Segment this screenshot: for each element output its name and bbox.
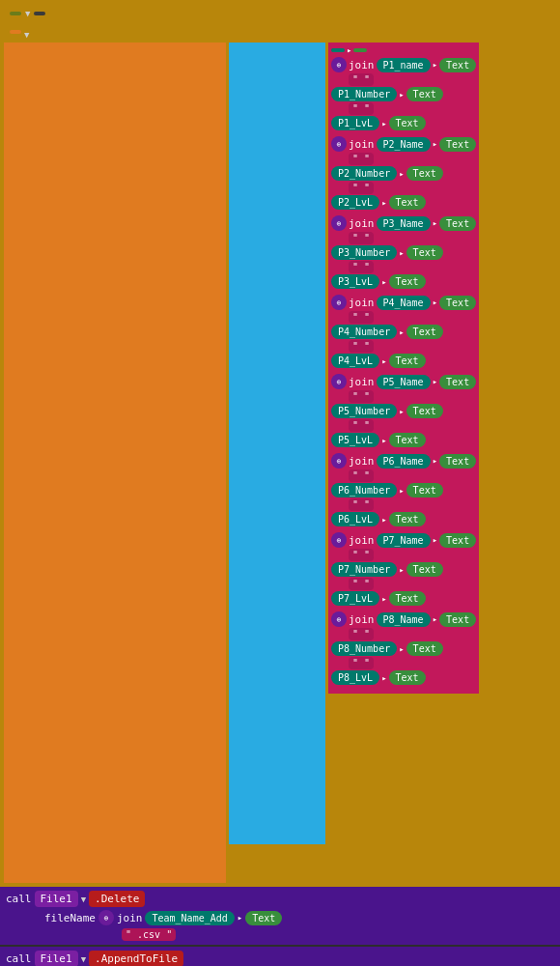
p1-number-row: P1_Number▸Text [331, 87, 476, 101]
p6-number-row: P6_Number▸Text [331, 483, 476, 497]
join-row-p2: ⊕joinP2_Name▸Text [331, 136, 476, 152]
dropdown-arrow: ▼ [25, 9, 30, 18]
p1-str1: " " [349, 73, 374, 86]
join-row-p6: ⊕joinP6_Name▸Text [331, 453, 476, 469]
p8-number-btn[interactable]: P8_Number [331, 641, 397, 656]
p6-name-btn[interactable]: P6_Name [377, 454, 431, 469]
file1-btn-1[interactable]: File1 [35, 891, 78, 907]
p4-level-text-btn[interactable]: Text [389, 354, 426, 368]
join-icon-p6[interactable]: ⊕ [331, 453, 347, 469]
global-var-button[interactable] [10, 30, 21, 34]
player-group-6: ⊕joinP6_Name▸Text" "P6_Number▸Text" "P6_… [331, 453, 476, 526]
p5-level-btn[interactable]: P5_LvL [331, 433, 379, 447]
p1-name-text-btn[interactable]: Text [439, 58, 476, 72]
p1-level-btn[interactable]: P1_LvL [331, 116, 379, 130]
p4-number-btn[interactable]: P4_Number [331, 325, 397, 339]
pink-wrapper: ▸ ⊕joinP1_name▸Text" "P1_Number▸Text" "P… [328, 43, 479, 694]
join-row-p7: ⊕joinP7_Name▸Text [331, 532, 476, 548]
p3-name-btn[interactable]: P3_Name [377, 216, 431, 231]
call-row-2: call File1 ▼ .AppendToFile [6, 951, 554, 966]
filename-row-1: fileName ⊕ join Team_Name_Add ▸ Text [6, 910, 554, 925]
text-bottom1[interactable]: Text [245, 911, 282, 925]
p4-number-text-btn[interactable]: Text [406, 325, 443, 339]
p2-str1: " " [349, 153, 374, 165]
p3-str2: " " [349, 261, 374, 273]
p2-name-text-btn[interactable]: Text [439, 137, 476, 152]
append-btn[interactable]: .AppendToFile [89, 951, 183, 966]
p2-name-btn[interactable]: P2_Name [377, 137, 431, 152]
p1-number-text-btn[interactable]: Text [406, 87, 443, 101]
p5-number-text-btn[interactable]: Text [406, 404, 443, 418]
p8-str1: " " [349, 628, 374, 640]
p6-str1: " " [349, 469, 374, 482]
text-btn-0[interactable] [353, 48, 367, 52]
p3-level-text-btn[interactable]: Text [389, 274, 426, 289]
join-icon-p7[interactable]: ⊕ [331, 532, 347, 548]
join-icon-p5[interactable]: ⊕ [331, 374, 347, 389]
p6-str2: " " [349, 498, 374, 511]
p8-level-text-btn[interactable]: Text [389, 670, 426, 685]
join-label-bottom1: join [117, 912, 143, 924]
click-button[interactable] [34, 12, 45, 15]
p8-level-btn[interactable]: P8_LvL [331, 670, 379, 685]
p3-name-text-btn[interactable]: Text [439, 216, 476, 231]
player-group-7: ⊕joinP7_Name▸Text" "P7_Number▸Text" "P7_… [331, 532, 476, 606]
p3-level-btn[interactable]: P3_LvL [331, 274, 379, 289]
call-section-2: call File1 ▼ .AppendToFile text get glob… [0, 947, 560, 966]
join-icon-p3[interactable]: ⊕ [331, 215, 347, 231]
p7-number-text-btn[interactable]: Text [406, 562, 443, 577]
join-icon-bottom1[interactable]: ⊕ [98, 910, 114, 925]
p3-number-text-btn[interactable]: Text [406, 245, 443, 260]
event-bar: ▼ [0, 0, 560, 27]
p5-name-text-btn[interactable]: Text [439, 375, 476, 389]
p8-name-btn[interactable]: P8_Name [377, 612, 431, 627]
join-icon-p8[interactable]: ⊕ [331, 611, 347, 627]
p4-level-btn[interactable]: P4_LvL [331, 354, 379, 368]
save-team-button[interactable] [10, 12, 21, 15]
p8-number-text-btn[interactable]: Text [406, 641, 443, 656]
join-row-p4: ⊕joinP4_Name▸Text [331, 295, 476, 310]
p6-number-text-btn[interactable]: Text [406, 483, 443, 497]
p7-name-btn[interactable]: P7_Name [377, 533, 431, 548]
p1-name-btn[interactable]: P1_name [377, 58, 431, 72]
join-label-p6: join [349, 455, 375, 468]
file1-btn-2[interactable]: File1 [35, 951, 78, 966]
p4-name-text-btn[interactable]: Text [439, 296, 476, 310]
p7-level-btn[interactable]: P7_LvL [331, 591, 379, 606]
delete-btn[interactable]: .Delete [89, 891, 145, 907]
p7-number-btn[interactable]: P7_Number [331, 562, 397, 577]
p5-name-btn[interactable]: P5_Name [377, 375, 431, 389]
p7-level-text-btn[interactable]: Text [389, 591, 426, 606]
join-icon-p1[interactable]: ⊕ [331, 57, 347, 72]
p6-name-text-btn[interactable]: Text [439, 454, 476, 469]
csv-string-1: " .csv " [122, 928, 176, 941]
team-name-bottom1[interactable]: Team_Name_Add [145, 911, 234, 925]
p2-number-text-btn[interactable]: Text [406, 166, 443, 181]
p4-name-btn[interactable]: P4_Name [377, 296, 431, 310]
team-name-add-btn-0[interactable] [331, 48, 345, 52]
p1-level-text-btn[interactable]: Text [389, 116, 426, 130]
p7-name-text-btn[interactable]: Text [439, 533, 476, 548]
p2-number-btn[interactable]: P2_Number [331, 166, 397, 181]
p3-level-row: P3_LvL▸Text [331, 274, 476, 289]
dropdown-icon: ▼ [24, 30, 29, 40]
join-icon-p4[interactable]: ⊕ [331, 295, 347, 310]
p6-level-text-btn[interactable]: Text [389, 512, 426, 526]
p8-level-row: P8_LvL▸Text [331, 670, 476, 685]
p8-name-text-btn[interactable]: Text [439, 612, 476, 627]
p2-level-btn[interactable]: P2_LvL [331, 195, 379, 210]
block-content: ▸ ⊕joinP1_name▸Text" "P1_Number▸Text" "P… [0, 43, 560, 887]
p2-level-text-btn[interactable]: Text [389, 195, 426, 210]
p6-number-btn[interactable]: P6_Number [331, 483, 397, 497]
join-icon-p2[interactable]: ⊕ [331, 136, 347, 152]
p2-level-row: P2_LvL▸Text [331, 195, 476, 210]
join-row-p1: ⊕joinP1_name▸Text [331, 57, 476, 72]
p6-level-btn[interactable]: P6_LvL [331, 512, 379, 526]
join-label-p3: join [349, 217, 375, 230]
p5-level-text-btn[interactable]: Text [389, 433, 426, 447]
p5-number-btn[interactable]: P5_Number [331, 404, 397, 418]
call-label-2: call [6, 952, 32, 965]
p1-number-btn[interactable]: P1_Number [331, 87, 397, 101]
p3-number-btn[interactable]: P3_Number [331, 245, 397, 260]
p8-number-row: P8_Number▸Text [331, 641, 476, 656]
